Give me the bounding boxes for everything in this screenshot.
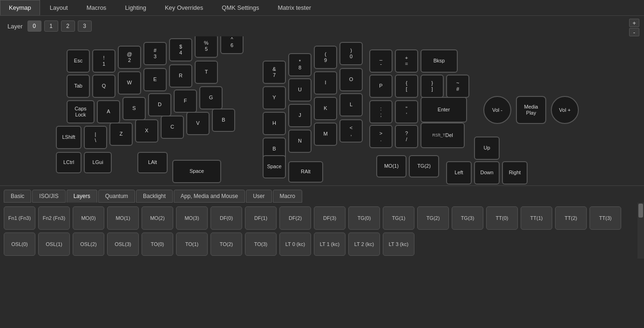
grid-key-Fn1__Fn3_[interactable]: Fn1 (Fn3): [4, 206, 35, 230]
grid-key-DF_3_[interactable]: DF(3): [314, 206, 346, 230]
key-lshift[interactable]: LShift: [56, 126, 81, 149]
tab-quantum[interactable]: Quantum: [98, 190, 135, 203]
grid-key-MO_0_[interactable]: MO(0): [73, 206, 104, 230]
key-period[interactable]: >.: [369, 125, 393, 148]
key-tg2[interactable]: TG(2): [409, 155, 439, 178]
key-down[interactable]: Down: [474, 161, 500, 184]
key-t[interactable]: T: [195, 61, 218, 84]
key-tilde[interactable]: ~#: [446, 75, 469, 98]
key-m[interactable]: M: [314, 123, 337, 146]
key-mo1[interactable]: MO(1): [376, 155, 407, 178]
tab-macros[interactable]: Macros: [78, 0, 115, 15]
key-u[interactable]: U: [288, 78, 312, 102]
key-space-right[interactable]: Space: [263, 155, 286, 178]
key-minus[interactable]: _-: [369, 49, 393, 73]
grid-key-OSL_2_[interactable]: OSL(2): [73, 232, 104, 256]
key-rsft-del[interactable]: RSft_TDel: [420, 123, 465, 148]
key-q[interactable]: Q: [92, 75, 115, 98]
key-7[interactable]: &7: [263, 61, 286, 84]
tab-macro[interactable]: Macro: [273, 190, 302, 203]
grid-key-TO_1_[interactable]: TO(1): [176, 232, 208, 256]
grid-key-DF_1_[interactable]: DF(1): [245, 206, 277, 230]
tab-app-media-mouse[interactable]: App, Media and Mouse: [174, 190, 245, 203]
key-up[interactable]: Up: [474, 137, 500, 160]
key-c[interactable]: C: [161, 116, 184, 139]
key-comma[interactable]: <,: [339, 119, 363, 143]
key-left[interactable]: Left: [446, 161, 472, 184]
layer-btn-3[interactable]: 3: [78, 20, 92, 32]
key-w[interactable]: W: [118, 71, 141, 95]
key-left-space[interactable]: Space: [172, 160, 221, 183]
key-s[interactable]: S: [122, 97, 146, 120]
tab-user[interactable]: User: [246, 190, 271, 203]
layer-btn-0[interactable]: 0: [27, 20, 41, 32]
grid-key-LT_0__kc_[interactable]: LT 0 (kc): [279, 232, 311, 256]
grid-key-OSL_0_[interactable]: OSL(0): [4, 232, 35, 256]
tab-key-overrides[interactable]: Key Overrides: [156, 0, 212, 15]
grid-key-MO_3_[interactable]: MO(3): [176, 206, 208, 230]
key-rbracket[interactable]: }]: [420, 75, 444, 98]
key-y[interactable]: Y: [263, 86, 286, 109]
key-d[interactable]: D: [148, 93, 171, 116]
grid-key-MO_1_[interactable]: MO(1): [107, 206, 139, 230]
grid-key-LT_3__kc_[interactable]: LT 3 (kc): [383, 232, 414, 256]
key-vol-minus[interactable]: Vol -: [483, 96, 511, 124]
grid-key-TG_0_[interactable]: TG(0): [348, 206, 380, 230]
key-j[interactable]: J: [288, 104, 312, 127]
grid-key-OSL_3_[interactable]: OSL(3): [107, 232, 139, 256]
key-x[interactable]: X: [135, 119, 158, 143]
key-p[interactable]: P: [369, 75, 393, 98]
tab-layout[interactable]: Layout: [41, 0, 77, 15]
key-lctrl[interactable]: LCtrl: [56, 152, 81, 173]
key-8[interactable]: *8: [288, 53, 312, 76]
layer-btn-2[interactable]: 2: [61, 20, 75, 32]
key-1[interactable]: !1: [92, 49, 115, 73]
grid-key-TG_2_[interactable]: TG(2): [417, 206, 449, 230]
grid-key-MO_2_[interactable]: MO(2): [142, 206, 173, 230]
tab-iso-jis[interactable]: ISO/JIS: [32, 190, 65, 203]
grid-key-DF_0_[interactable]: DF(0): [210, 206, 242, 230]
grid-key-Fn2__Fn3_[interactable]: Fn2 (Fn3): [38, 206, 70, 230]
key-esc[interactable]: Esc: [67, 49, 90, 73]
key-vol-plus[interactable]: Vol +: [551, 96, 579, 124]
key-lbracket[interactable]: {[: [395, 75, 418, 98]
key-backslash[interactable]: |\: [84, 126, 107, 149]
grid-key-DF_2_[interactable]: DF(2): [279, 206, 311, 230]
grid-key-LT_2__kc_[interactable]: LT 2 (kc): [348, 232, 380, 256]
key-slash[interactable]: ?/: [395, 125, 418, 148]
key-a[interactable]: A: [97, 100, 120, 123]
key-5[interactable]: %5: [195, 36, 218, 58]
key-g[interactable]: G: [199, 86, 223, 109]
key-l[interactable]: L: [339, 93, 363, 116]
key-f[interactable]: F: [174, 89, 197, 113]
tab-lighting[interactable]: Lighting: [116, 0, 155, 15]
tab-backlight[interactable]: Backlight: [136, 190, 173, 203]
layer-btn-1[interactable]: 1: [44, 20, 58, 32]
grid-key-TT_1_[interactable]: TT(1): [521, 206, 552, 230]
key-tab[interactable]: Tab: [67, 75, 90, 98]
tab-qmk-settings[interactable]: QMK Settings: [213, 0, 268, 15]
grid-key-TO_2_[interactable]: TO(2): [210, 232, 242, 256]
key-6[interactable]: ^6: [220, 36, 244, 54]
key-k[interactable]: K: [314, 97, 337, 120]
tab-keymap[interactable]: Keymap: [0, 0, 40, 15]
key-ralt[interactable]: RAlt: [288, 161, 323, 183]
grid-key-TT_0_[interactable]: TT(0): [486, 206, 518, 230]
tab-layers[interactable]: Layers: [67, 190, 97, 203]
key-b[interactable]: B: [212, 109, 235, 132]
key-i[interactable]: I: [314, 71, 337, 95]
key-3[interactable]: #3: [143, 42, 167, 65]
tab-matrix-tester[interactable]: Matrix tester: [269, 0, 320, 15]
key-h[interactable]: H: [263, 112, 286, 135]
key-0[interactable]: )0: [339, 42, 363, 65]
tab-basic[interactable]: Basic: [4, 190, 31, 203]
grid-key-OSL_1_[interactable]: OSL(1): [38, 232, 70, 256]
key-r[interactable]: R: [169, 64, 192, 88]
key-quote[interactable]: "': [395, 100, 418, 123]
key-right[interactable]: Right: [502, 161, 528, 184]
grid-key-TT_3_[interactable]: TT(3): [590, 206, 621, 230]
key-equal[interactable]: +=: [395, 49, 418, 73]
key-capslock[interactable]: CapsLock: [67, 100, 95, 123]
key-2[interactable]: @2: [118, 46, 141, 69]
key-bksp[interactable]: Bksp: [420, 49, 458, 73]
